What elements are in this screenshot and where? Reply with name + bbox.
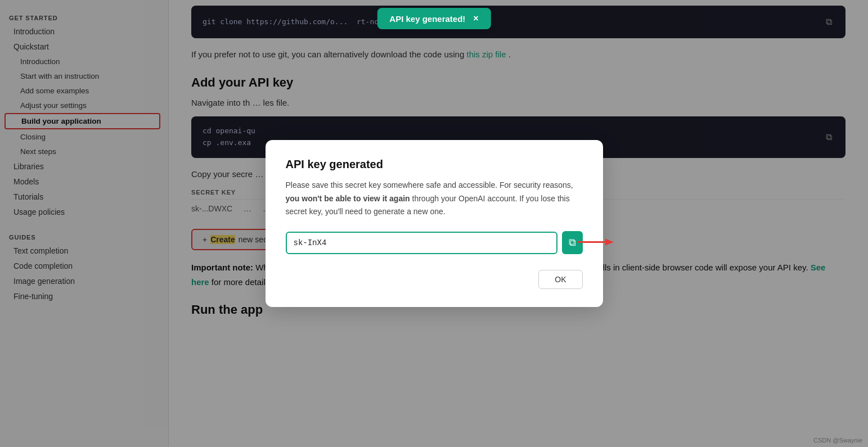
- toast-notification: API key generated! ×: [377, 8, 491, 29]
- api-key-input[interactable]: [286, 232, 557, 254]
- modal-title: API key generated: [286, 158, 583, 171]
- toast-close-button[interactable]: ×: [473, 13, 478, 24]
- api-key-modal: API key generated Please save this secre…: [266, 140, 603, 307]
- modal-desc-part1: Please save this secret key somewhere sa…: [286, 180, 573, 189]
- ok-button[interactable]: OK: [538, 270, 582, 289]
- toast-message: API key generated!: [389, 14, 465, 24]
- api-key-row: ⧉: [286, 231, 583, 254]
- modal-desc-bold: you won't be able to view it again: [286, 194, 410, 203]
- modal-description: Please save this secret key somewhere sa…: [286, 179, 583, 219]
- svg-marker-1: [605, 238, 614, 245]
- modal-footer: OK: [286, 270, 583, 289]
- modal-overlay: API key generated Please save this secre…: [0, 0, 868, 447]
- arrow-annotation: [572, 231, 617, 255]
